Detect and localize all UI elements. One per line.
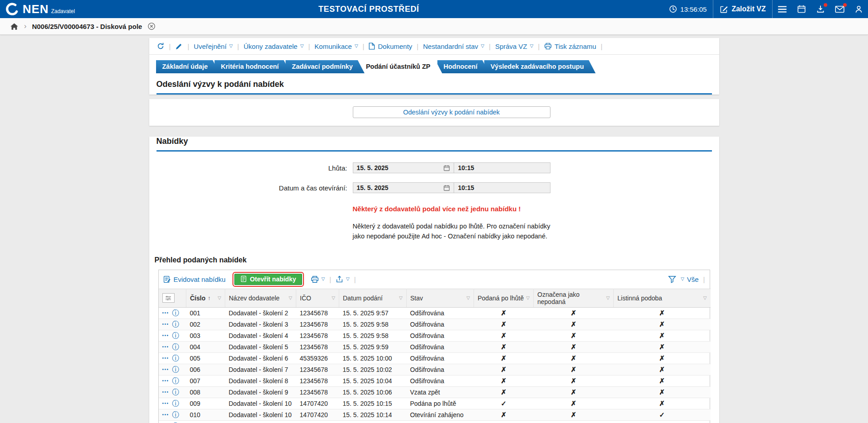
header-oznacena-jako-nepodana[interactable]: Označena jako nepodaná▽ <box>534 289 614 307</box>
tab-vysledek-zadavaciho-postupu[interactable]: Výsledek zadávacího postupu <box>484 60 595 73</box>
table-row[interactable]: ••• ⓘ 002 Dodavatel - školení 3 12345678… <box>159 318 711 330</box>
header-cislo[interactable]: Číslo ↑ ▽ <box>186 289 225 307</box>
menu-icon[interactable] <box>773 0 792 18</box>
cell-not-submitted-mark: ✗ <box>534 364 614 375</box>
print-grid-button[interactable]: ▽ <box>311 276 325 283</box>
calendar-icon[interactable] <box>792 0 811 18</box>
tab-hodnoceni[interactable]: Hodnocení <box>437 60 489 73</box>
cell-status: Odšifrována <box>407 341 474 352</box>
deadline-row: Lhůta: 15. 5. 2025 10:15 <box>149 162 719 173</box>
tab-zadavaci-podminky[interactable]: Zadávací podmínky <box>285 60 365 73</box>
tab-kriteria-hodnoceni[interactable]: Kritéria hodnocení <box>214 60 290 73</box>
header-ico[interactable]: IČO▽ <box>296 289 339 307</box>
column-filter-icon[interactable]: ▽ <box>332 295 335 300</box>
menu-nestandardni-stav[interactable]: Nestandardní stav ▽ <box>423 43 484 50</box>
tab-podani-ucastniku-zp[interactable]: Podání účastníků ZP <box>360 60 442 73</box>
column-filter-icon[interactable]: ▽ <box>703 295 707 300</box>
row-info-icon[interactable]: ⓘ <box>172 332 180 339</box>
grid-toolbar: Evidovat nabídku Otevřít nabídky ▽ | <box>159 270 710 289</box>
header-listinna-podoba[interactable]: Listinná podoba▽ <box>614 289 711 307</box>
row-info-icon[interactable]: ⓘ <box>172 411 180 418</box>
column-filter-icon[interactable]: ▽ <box>399 295 403 300</box>
opening-date-value: 15. 5. 2025 <box>357 184 389 191</box>
create-vz-button[interactable]: Založit VZ <box>713 0 772 18</box>
row-menu-icon[interactable]: ••• <box>162 378 169 383</box>
table-row[interactable]: ••• ⓘ 010 Dodavatel - školení 10 1470742… <box>159 409 711 420</box>
header-nazev-dodavatele[interactable]: Název dodavatele▽ <box>225 289 296 307</box>
offers-panel: Nabídky Lhůta: 15. 5. 2025 10:15 Datum a… <box>149 137 719 423</box>
filter-icon[interactable] <box>668 276 676 283</box>
column-label: Označena jako nepodaná <box>537 291 604 305</box>
tab-zakladni-udaje[interactable]: Základní údaje <box>156 60 220 73</box>
opening-time-input[interactable]: 10:15 <box>454 183 550 193</box>
menu-label: Uveřejnění <box>194 43 227 50</box>
row-info-icon[interactable]: ⓘ <box>172 309 180 317</box>
row-menu-icon[interactable]: ••• <box>162 412 169 417</box>
row-info-icon[interactable]: ⓘ <box>172 400 180 407</box>
nen-logo-icon[interactable] <box>5 2 19 16</box>
menu-ukony-zadavatele[interactable]: Úkony zadavatele ▽ <box>243 43 304 50</box>
user-icon[interactable] <box>849 0 868 18</box>
table-row[interactable]: ••• ⓘ 011 Dodavatel - školení 3 12345678… <box>159 420 711 423</box>
header-stav[interactable]: Stav▽ <box>407 289 474 307</box>
cell-date-submitted: 15. 5. 2025 9:57 <box>339 307 407 318</box>
row-menu-icon[interactable]: ••• <box>162 356 169 361</box>
table-row[interactable]: ••• ⓘ 009 Dodavatel - školení 10 1470742… <box>159 398 711 409</box>
table-row[interactable]: ••• ⓘ 003 Dodavatel - školení 4 12345678… <box>159 330 711 341</box>
menu-tisk-zaznamu[interactable]: Tisk záznamu <box>544 43 596 50</box>
menu-dokumenty[interactable]: Dokumenty <box>369 43 412 50</box>
filter-all-button[interactable]: ▽ Vše <box>681 276 699 283</box>
send-invitation-button[interactable]: Odeslání výzvy k podání nabídek <box>353 106 550 118</box>
row-menu-icon[interactable]: ••• <box>162 401 169 406</box>
breadcrumb-item[interactable]: N006/25/V00004673 - Disková pole <box>32 23 142 30</box>
menu-uverejneni[interactable]: Uveřejnění ▽ <box>194 43 232 50</box>
row-menu-icon[interactable]: ••• <box>162 367 169 372</box>
refresh-icon[interactable] <box>157 42 165 50</box>
table-row[interactable]: ••• ⓘ 001 Dodavatel - školení 2 12345678… <box>159 307 711 318</box>
column-filter-icon[interactable]: ▽ <box>218 295 221 300</box>
column-filter-icon[interactable]: ▽ <box>289 295 292 300</box>
download-icon[interactable] <box>811 0 830 18</box>
cell-paper-form-mark: ✗ <box>614 341 711 352</box>
row-info-icon[interactable]: ⓘ <box>172 343 180 351</box>
menu-sprava-vz[interactable]: Správa VZ ▽ <box>495 43 534 50</box>
menu-komunikace[interactable]: Komunikace ▽ <box>314 43 358 50</box>
calendar-icon[interactable] <box>443 185 450 191</box>
row-menu-icon[interactable]: ••• <box>162 390 169 394</box>
home-icon[interactable] <box>10 23 19 30</box>
column-filter-icon[interactable]: ▽ <box>526 295 530 300</box>
table-row[interactable]: ••• ⓘ 007 Dodavatel - školení 8 12345678… <box>159 375 711 386</box>
open-offers-button[interactable]: Otevřít nabídky <box>234 274 302 285</box>
opening-date-input[interactable]: 15. 5. 2025 <box>353 183 454 193</box>
cell-paper-form-mark: ✗ <box>614 386 711 398</box>
row-info-icon[interactable]: ⓘ <box>172 355 180 362</box>
mail-icon[interactable] <box>830 0 849 18</box>
column-filter-icon[interactable]: ▽ <box>466 295 470 300</box>
table-row[interactable]: ••• ⓘ 008 Dodavatel - školení 9 12345678… <box>159 386 711 398</box>
row-info-icon[interactable]: ⓘ <box>172 377 180 385</box>
calendar-icon[interactable] <box>443 165 450 171</box>
close-icon[interactable] <box>147 22 156 30</box>
row-info-icon[interactable]: ⓘ <box>172 366 180 373</box>
row-info-icon[interactable]: ⓘ <box>172 389 180 396</box>
edit-pencil-icon[interactable] <box>175 43 183 50</box>
row-info-icon[interactable]: ⓘ <box>172 321 180 328</box>
table-row[interactable]: ••• ⓘ 006 Dodavatel - školení 7 12345678… <box>159 364 711 375</box>
register-offer-button[interactable]: Evidovat nabídku <box>163 276 226 283</box>
table-row[interactable]: ••• ⓘ 004 Dodavatel - školení 5 12345678… <box>159 341 711 352</box>
grid-settings-icon[interactable] <box>162 293 175 303</box>
row-menu-icon[interactable]: ••• <box>162 310 169 315</box>
row-menu-icon[interactable]: ••• <box>162 333 169 338</box>
cell-late-mark: ✗ <box>474 420 534 423</box>
row-menu-icon[interactable]: ••• <box>162 322 169 327</box>
export-button[interactable]: ▽ <box>336 276 350 283</box>
header-podana-po-lhute[interactable]: Podaná po lhůtě▽ <box>474 289 534 307</box>
deadline-date-input[interactable]: 15. 5. 2025 <box>353 163 454 173</box>
column-filter-icon[interactable]: ▽ <box>606 295 610 300</box>
cell-number: 010 <box>186 409 225 420</box>
table-row[interactable]: ••• ⓘ 005 Dodavatel - školení 6 45359326… <box>159 352 711 364</box>
deadline-time-input[interactable]: 10:15 <box>454 163 550 173</box>
header-datum-podani[interactable]: Datum podání▽ <box>339 289 407 307</box>
row-menu-icon[interactable]: ••• <box>162 344 169 349</box>
clock-time: 13:56:05 <box>680 5 707 13</box>
